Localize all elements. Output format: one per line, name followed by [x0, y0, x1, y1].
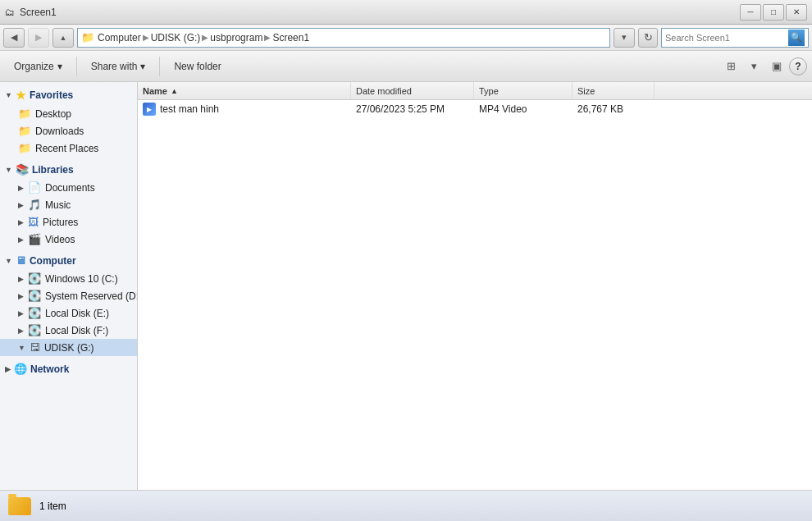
downloads-label: Downloads: [35, 126, 84, 137]
file-name: test man hinh: [160, 103, 219, 115]
new-folder-label: New folder: [174, 61, 221, 72]
sidebar-network-header[interactable]: ▶ 🌐 Network: [0, 359, 137, 378]
column-headers: Name ▲ Date modified Type Size: [138, 82, 812, 100]
libraries-collapse-icon: ▼: [5, 166, 12, 174]
network-icon: 🌐: [14, 363, 27, 375]
sidebar-favorites-header[interactable]: ▼ ★ Favorites: [0, 85, 137, 105]
c-drive-icon: 💽: [28, 272, 41, 285]
table-row[interactable]: ▶ test man hinh 27/06/2023 5:25 PM MP4 V…: [138, 100, 812, 118]
pictures-icon: 🖼: [28, 216, 39, 228]
sidebar-libraries-header[interactable]: ▼ 📚 Libraries: [0, 160, 137, 179]
sidebar-item-pictures[interactable]: ▶ 🖼 Pictures: [0, 213, 137, 231]
forward-button[interactable]: ▶: [28, 28, 49, 48]
videos-expand-arrow: ▶: [18, 235, 24, 244]
file-date: 27/06/2023 5:25 PM: [356, 103, 445, 115]
toolbar-right: ⊞ ▾ ▣ ?: [720, 56, 807, 77]
computer-collapse-icon: ▼: [5, 257, 12, 265]
sidebar-computer-header[interactable]: ▼ 🖥 Computer: [0, 251, 137, 270]
music-icon: 🎵: [28, 199, 41, 211]
f-drive-icon: 💽: [28, 324, 41, 336]
recent-folder-icon: 📁: [18, 142, 31, 154]
change-view-button[interactable]: ▾: [743, 56, 764, 77]
favorites-label: Favorites: [30, 89, 73, 101]
favorites-star-icon: ★: [16, 89, 26, 102]
sidebar-item-windows-c[interactable]: ▶ 💽 Windows 10 (C:): [0, 270, 137, 287]
breadcrumb: Computer ▶ UDISK (G:) ▶ usbprogram ▶ Scr…: [98, 32, 309, 43]
col-header-type[interactable]: Type: [474, 82, 573, 99]
sidebar-item-local-disk-f[interactable]: ▶ 💽 Local Disk (F:): [0, 322, 137, 339]
address-bar: ◀ ▶ ▲ 📁 Computer ▶ UDISK (G:) ▶ usbprogr…: [0, 25, 812, 51]
music-expand-arrow: ▶: [18, 201, 24, 209]
g-usb-icon: 🖫: [30, 341, 40, 354]
music-label: Music: [45, 199, 71, 211]
sidebar-item-desktop[interactable]: 📁 Desktop: [0, 105, 137, 122]
title-bar: 🗂 Screen1 ─ □ ✕: [0, 0, 812, 25]
share-dropdown-arrow: ▾: [140, 61, 145, 72]
f-expand-arrow: ▶: [18, 327, 24, 335]
col-header-name[interactable]: Name ▲: [138, 82, 351, 99]
video-file-icon: ▶: [143, 103, 156, 116]
title-bar-controls: ─ □ ✕: [740, 4, 807, 21]
sidebar-item-system-reserved-d[interactable]: ▶ 💽 System Reserved (D:): [0, 287, 137, 304]
sidebar-item-recent-places[interactable]: 📁 Recent Places: [0, 139, 137, 157]
toolbar-separator-2: [159, 57, 160, 76]
pictures-label: Pictures: [43, 217, 78, 228]
title-bar-title: 🗂 Screen1: [5, 7, 57, 18]
folder-icon: 📁: [81, 31, 94, 43]
libraries-label: Libraries: [32, 164, 74, 176]
favorites-collapse-icon: ▼: [5, 91, 12, 99]
network-label: Network: [30, 363, 69, 375]
file-name-cell: ▶ test man hinh: [138, 103, 351, 116]
computer-icon: 🖥: [16, 254, 26, 267]
desktop-folder-icon: 📁: [18, 107, 31, 120]
documents-label: Documents: [45, 182, 95, 194]
share-with-button[interactable]: Share with ▾: [82, 55, 155, 78]
recent-places-label: Recent Places: [35, 143, 98, 154]
status-item-count: 1 item: [39, 500, 66, 512]
col-header-date[interactable]: Date modified: [351, 82, 474, 99]
share-with-label: Share with: [91, 61, 138, 72]
toolbar: Organize ▾ Share with ▾ New folder ⊞ ▾ ▣…: [0, 51, 812, 82]
sidebar-item-documents[interactable]: ▶ 📄 Documents: [0, 179, 137, 196]
sidebar-item-music[interactable]: ▶ 🎵 Music: [0, 196, 137, 213]
file-size: 26,767 KB: [577, 103, 623, 115]
g-drive-label: UDISK (G:): [44, 342, 94, 354]
sidebar-section-network: ▶ 🌐 Network: [0, 359, 137, 378]
col-size-label: Size: [577, 86, 595, 96]
sidebar-item-downloads[interactable]: 📁 Downloads: [0, 122, 137, 139]
window-icon: 🗂: [5, 7, 15, 18]
close-button[interactable]: ✕: [786, 4, 807, 21]
sidebar-item-local-disk-e[interactable]: ▶ 💽 Local Disk (E:): [0, 304, 137, 322]
col-header-size[interactable]: Size: [573, 82, 655, 99]
dropdown-button[interactable]: ▾: [614, 28, 635, 48]
refresh-button[interactable]: ↻: [638, 28, 658, 48]
address-box[interactable]: 📁 Computer ▶ UDISK (G:) ▶ usbprogram ▶ S…: [77, 28, 610, 48]
help-button[interactable]: ?: [789, 57, 807, 75]
up-button[interactable]: ▲: [52, 28, 74, 48]
libraries-icon: 📚: [16, 163, 29, 176]
new-folder-button[interactable]: New folder: [165, 55, 230, 78]
e-drive-label: Local Disk (E:): [45, 308, 109, 319]
search-button[interactable]: 🔍: [788, 30, 805, 46]
sidebar-item-udisk-g[interactable]: ▼ 🖫 UDISK (G:): [0, 339, 137, 356]
sidebar-item-videos[interactable]: ▶ 🎬 Videos: [0, 231, 137, 248]
organize-label: Organize: [14, 61, 54, 72]
c-expand-arrow: ▶: [18, 275, 24, 283]
back-button[interactable]: ◀: [3, 28, 25, 48]
search-box[interactable]: 🔍: [661, 28, 809, 48]
folder-status-shape: [8, 497, 31, 515]
content-area: Name ▲ Date modified Type Size ▶ test ma…: [138, 82, 812, 490]
documents-expand-arrow: ▶: [18, 184, 24, 192]
col-date-label: Date modified: [356, 86, 412, 96]
minimize-button[interactable]: ─: [740, 4, 761, 21]
maximize-button[interactable]: □: [763, 4, 784, 21]
view-toggle-button[interactable]: ⊞: [720, 56, 741, 77]
d-drive-label: System Reserved (D:): [45, 290, 137, 302]
c-drive-label: Windows 10 (C:): [45, 273, 118, 285]
preview-pane-button[interactable]: ▣: [766, 56, 787, 77]
search-input[interactable]: [665, 33, 788, 43]
documents-icon: 📄: [28, 181, 41, 194]
pictures-expand-arrow: ▶: [18, 218, 24, 226]
sidebar: ▼ ★ Favorites 📁 Desktop 📁 Downloads 📁 Re…: [0, 82, 138, 490]
organize-button[interactable]: Organize ▾: [5, 55, 71, 78]
